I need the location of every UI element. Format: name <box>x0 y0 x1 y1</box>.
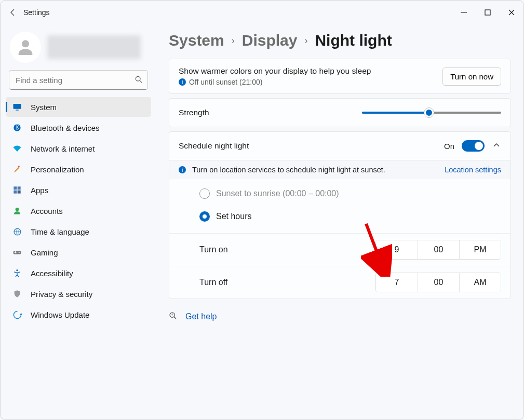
shield-icon <box>12 290 22 298</box>
paintbrush-icon <box>12 165 22 174</box>
strength-label: Strength <box>179 108 209 117</box>
svg-rect-6 <box>16 110 19 111</box>
turn-off-label: Turn off <box>199 278 227 287</box>
sidebar-item-windows-update[interactable]: Windows Update <box>6 305 151 324</box>
status-text: i Off until sunset (21:00) <box>179 78 371 86</box>
sidebar-item-time-language[interactable]: Time & language <box>6 222 151 241</box>
info-icon: i <box>179 166 186 173</box>
sidebar-item-label: Privacy & security <box>31 290 92 299</box>
titlebar: Settings <box>1 1 523 24</box>
person-icon <box>12 207 22 215</box>
option-label: Set hours <box>216 212 251 221</box>
sidebar-item-accounts[interactable]: Accounts <box>6 201 151 221</box>
slider-thumb[interactable] <box>424 107 434 118</box>
schedule-toggle[interactable] <box>462 140 485 152</box>
minimize-button[interactable] <box>452 4 476 21</box>
sidebar-item-label: Accessibility <box>31 269 73 278</box>
turn-on-row: Turn on 9 00 PM <box>169 233 510 266</box>
sidebar-item-label: Accounts <box>31 207 63 215</box>
schedule-label: Schedule night light <box>179 141 249 151</box>
sidebar-item-network[interactable]: Network & internet <box>6 139 151 158</box>
banner-text: Turn on location services to schedule ni… <box>192 166 385 174</box>
option-set-hours[interactable]: Set hours <box>199 205 501 228</box>
turn-on-time-picker[interactable]: 9 00 PM <box>375 240 501 260</box>
maximize-button[interactable] <box>476 4 500 21</box>
strength-slider[interactable] <box>362 108 501 117</box>
svg-point-13 <box>16 208 19 211</box>
user-info-redacted <box>47 35 141 59</box>
help-icon: ? <box>169 311 177 321</box>
svg-point-19 <box>16 269 18 271</box>
toggle-text: On <box>444 142 454 151</box>
sidebar-item-label: Bluetooth & devices <box>31 124 100 132</box>
back-button[interactable] <box>8 7 18 18</box>
search-field[interactable] <box>15 75 132 85</box>
ampm-cell[interactable]: PM <box>459 240 501 259</box>
breadcrumb-current: Night light <box>315 32 392 49</box>
main-content: System › Display › Night light Show warm… <box>156 24 523 419</box>
app-title: Settings <box>23 8 50 17</box>
svg-point-16 <box>19 252 20 253</box>
get-help-row[interactable]: ? Get help <box>169 311 511 321</box>
svg-text:?: ? <box>171 313 173 317</box>
svg-rect-18 <box>15 251 16 253</box>
chevron-right-icon: › <box>232 35 235 46</box>
breadcrumb: System › Display › Night light <box>169 32 511 49</box>
chevron-up-icon[interactable] <box>492 142 501 150</box>
sidebar-item-apps[interactable]: Apps <box>6 180 151 200</box>
monitor-icon <box>12 102 22 112</box>
sidebar-item-label: Time & language <box>31 227 89 236</box>
schedule-options: Sunset to sunrise (00:00 – 00:00) Set ho… <box>169 179 510 233</box>
breadcrumb-system[interactable]: System <box>169 32 224 49</box>
turn-off-time-picker[interactable]: 7 00 AM <box>375 273 501 292</box>
sidebar-item-label: Apps <box>31 186 48 195</box>
strength-card: Strength <box>169 98 511 127</box>
minute-cell[interactable]: 00 <box>418 273 459 292</box>
sidebar-item-label: System <box>31 103 57 112</box>
sidebar-item-label: Personalization <box>31 165 84 174</box>
hour-cell[interactable]: 7 <box>376 273 418 292</box>
sidebar-item-label: Gaming <box>31 248 58 257</box>
sidebar: System Bluetooth & devices Network & int… <box>1 24 156 419</box>
svg-line-22 <box>174 317 176 319</box>
svg-rect-8 <box>18 166 20 167</box>
globe-clock-icon <box>12 227 22 236</box>
avatar <box>10 32 41 63</box>
sidebar-item-system[interactable]: System <box>6 97 151 117</box>
sidebar-item-privacy[interactable]: Privacy & security <box>6 284 151 304</box>
apps-icon <box>12 186 22 194</box>
get-help-link[interactable]: Get help <box>185 312 217 321</box>
svg-rect-0 <box>461 12 467 12</box>
sidebar-item-gaming[interactable]: Gaming <box>6 242 151 262</box>
sidebar-item-label: Network & internet <box>31 144 95 153</box>
search-input[interactable] <box>9 70 148 90</box>
user-card[interactable] <box>5 29 152 70</box>
schedule-card: Schedule night light On i Turn on locati… <box>169 131 511 299</box>
svg-rect-12 <box>18 191 21 194</box>
turn-on-now-button[interactable]: Turn on now <box>442 67 501 86</box>
sidebar-item-accessibility[interactable]: Accessibility <box>6 263 151 283</box>
ampm-cell[interactable]: AM <box>459 273 501 292</box>
window-controls <box>452 4 523 21</box>
sidebar-item-bluetooth[interactable]: Bluetooth & devices <box>6 118 151 138</box>
hour-cell[interactable]: 9 <box>376 240 418 259</box>
search-icon <box>135 76 142 85</box>
svg-rect-9 <box>14 186 17 189</box>
location-settings-link[interactable]: Location settings <box>445 166 501 174</box>
bluetooth-icon <box>12 124 22 132</box>
close-button[interactable] <box>500 4 523 21</box>
svg-rect-11 <box>14 191 17 194</box>
option-sunset-to-sunrise: Sunset to sunrise (00:00 – 00:00) <box>199 182 501 205</box>
minute-cell[interactable]: 00 <box>418 240 459 259</box>
nav: System Bluetooth & devices Network & int… <box>5 97 152 324</box>
breadcrumb-display[interactable]: Display <box>242 32 298 49</box>
svg-rect-5 <box>14 104 21 109</box>
schedule-header[interactable]: Schedule night light On <box>169 132 510 160</box>
svg-point-7 <box>14 124 20 131</box>
radio-checked[interactable] <box>199 211 210 222</box>
sidebar-item-personalization[interactable]: Personalization <box>6 159 151 179</box>
svg-line-4 <box>140 80 142 83</box>
wifi-icon <box>12 144 22 153</box>
description-text: Show warmer colors on your display to he… <box>179 66 371 76</box>
svg-rect-1 <box>485 10 490 15</box>
